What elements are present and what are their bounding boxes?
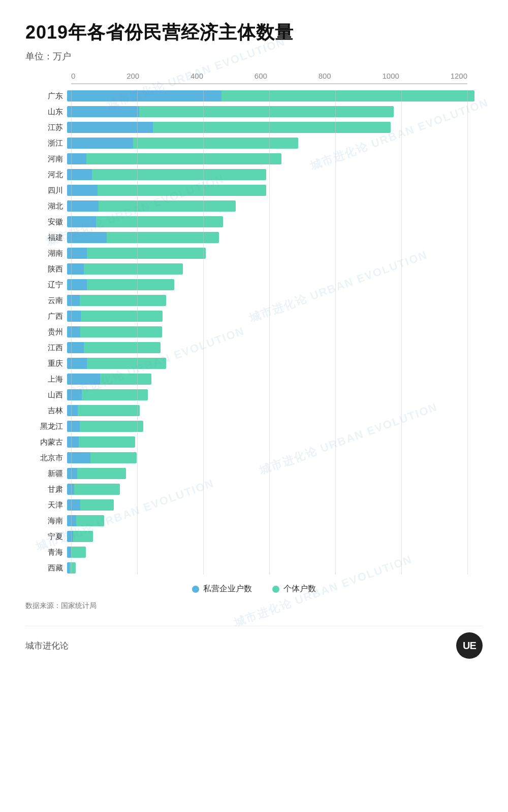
bar-label: 云南 [25, 296, 67, 306]
bar-container [67, 342, 161, 353]
bar-row: 内蒙古 [25, 435, 483, 449]
bar-label: 山西 [25, 390, 67, 400]
bar-label: 天津 [25, 500, 67, 510]
bar-blue [67, 279, 87, 290]
bar-row: 云南 [25, 294, 483, 307]
bar-container [67, 185, 266, 196]
bar-row: 重庆 [25, 357, 483, 370]
bar-green [80, 326, 162, 337]
chart-title: 2019年各省份民营经济主体数量 [25, 20, 483, 45]
bar-label: 湖北 [25, 201, 67, 211]
bar-label: 辽宁 [25, 280, 67, 290]
bar-blue [67, 295, 80, 306]
bar-container [67, 421, 143, 432]
bottom-bar: 城市进化论 UE [25, 626, 483, 659]
bar-row: 天津 [25, 498, 483, 512]
bar-blue [67, 200, 99, 212]
bar-row: 安徽 [25, 215, 483, 228]
bar-row: 湖北 [25, 199, 483, 213]
bar-container [67, 279, 174, 290]
bar-blue [67, 342, 84, 353]
bar-row: 四川 [25, 184, 483, 197]
bar-label: 湖南 [25, 249, 67, 258]
bar-container [67, 153, 281, 164]
bar-green [107, 232, 219, 243]
bar-label: 吉林 [25, 406, 67, 416]
bar-row: 江西 [25, 341, 483, 354]
bar-container [67, 374, 151, 385]
bar-label: 黑龙江 [25, 422, 67, 431]
bar-container [67, 169, 266, 180]
ue-logo: UE [456, 632, 483, 659]
bar-row: 青海 [25, 546, 483, 559]
bars-container: 广东山东江苏浙江河南河北四川湖北安徽福建湖南陕西辽宁云南广西贵州江西重庆上海山西… [25, 89, 483, 574]
bar-row: 河北 [25, 168, 483, 181]
bar-container [67, 358, 166, 369]
bar-label: 重庆 [25, 359, 67, 368]
legend-green-dot [272, 586, 279, 593]
bar-container [67, 216, 223, 227]
bar-blue [67, 185, 98, 196]
bar-green [71, 547, 86, 558]
bar-blue [67, 138, 133, 149]
bar-label: 陕西 [25, 264, 67, 274]
bar-container [67, 232, 219, 243]
chart-area: 0 200 400 600 800 1000 1200 广东山东江苏浙江河南河北… [25, 72, 483, 574]
bar-container [67, 389, 148, 400]
bar-label: 福建 [25, 233, 67, 243]
axis-line [71, 83, 467, 84]
bar-blue [67, 484, 74, 495]
bar-container [67, 547, 86, 558]
bar-blue [67, 122, 153, 133]
bar-blue [67, 106, 139, 117]
bar-green [221, 90, 474, 101]
bar-green [99, 200, 236, 212]
bar-green [80, 295, 166, 306]
bar-container [67, 499, 114, 511]
bar-container [67, 122, 391, 133]
bar-container [67, 562, 76, 573]
bar-green [79, 436, 135, 448]
legend-green-label: 个体户数 [283, 584, 316, 594]
bar-container [67, 515, 104, 526]
bar-label: 广东 [25, 91, 67, 101]
bar-row: 贵州 [25, 325, 483, 339]
bar-blue [67, 531, 73, 542]
bar-label: 内蒙古 [25, 437, 67, 447]
bar-green [153, 122, 391, 133]
bar-row: 福建 [25, 231, 483, 244]
bar-container [67, 248, 206, 259]
bar-blue [67, 263, 84, 275]
bar-row: 黑龙江 [25, 420, 483, 433]
legend-green: 个体户数 [272, 584, 316, 594]
bar-blue [67, 90, 221, 101]
bar-container [67, 452, 137, 463]
bar-blue [67, 311, 81, 322]
bar-blue [67, 232, 107, 243]
bar-green [80, 499, 114, 511]
bar-green [100, 374, 151, 385]
bar-row: 辽宁 [25, 278, 483, 291]
bar-blue [67, 216, 96, 227]
bar-row: 山东 [25, 105, 483, 118]
bar-container [67, 484, 120, 495]
bar-container [67, 405, 140, 416]
bar-label: 西藏 [25, 563, 67, 573]
bar-green [96, 216, 223, 227]
bar-row: 西藏 [25, 561, 483, 574]
bar-green [76, 515, 104, 526]
bar-row: 广西 [25, 310, 483, 323]
bar-container [67, 311, 163, 322]
bar-blue [67, 374, 100, 385]
bar-green [82, 389, 148, 400]
bar-green [81, 311, 163, 322]
bar-row: 陕西 [25, 262, 483, 276]
bar-green [74, 484, 120, 495]
bar-green [77, 468, 126, 479]
bar-row: 浙江 [25, 137, 483, 150]
bar-blue [67, 515, 76, 526]
bar-label: 甘肃 [25, 485, 67, 494]
bar-label: 上海 [25, 375, 67, 384]
legend: 私营企业户数 个体户数 [25, 584, 483, 594]
bar-blue [67, 405, 78, 416]
